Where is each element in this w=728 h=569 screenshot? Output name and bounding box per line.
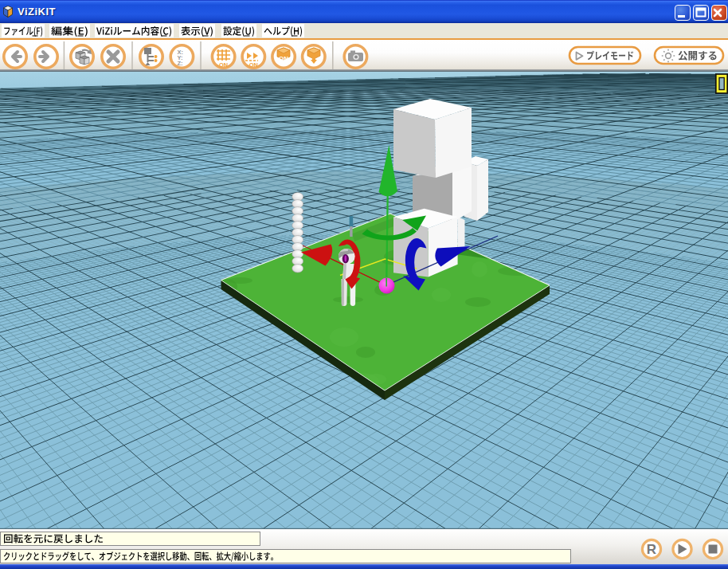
svg-text:R: R — [647, 542, 656, 557]
svg-text:ON: ON — [279, 55, 288, 62]
svg-text:Z:: Z: — [178, 60, 183, 67]
svg-text:-ON-: -ON- — [247, 61, 260, 69]
svg-text:-ON-: -ON- — [217, 61, 230, 69]
